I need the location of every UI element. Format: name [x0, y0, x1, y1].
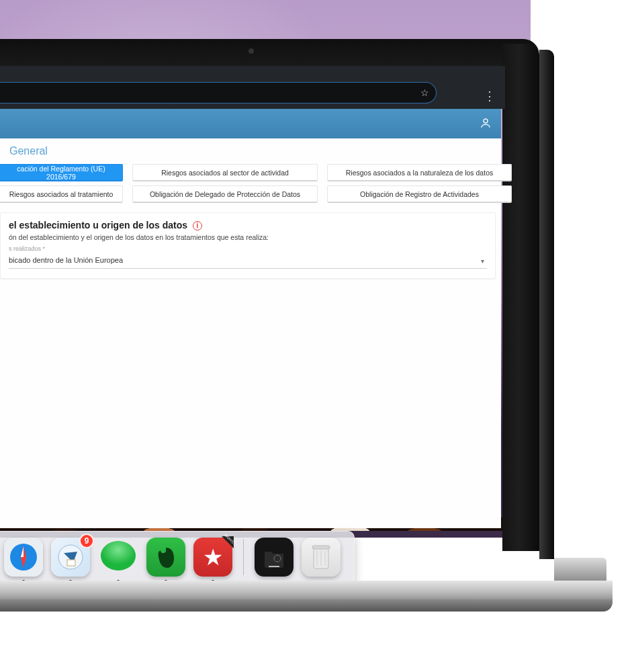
dock-app-evernote[interactable]	[146, 538, 185, 577]
address-bar[interactable]: ☆	[0, 82, 437, 103]
select-value: bicado dentro de la Unión Europea	[9, 256, 123, 264]
tab-obligacion-delegado[interactable]: Obligación de Delegado de Protección de …	[132, 185, 318, 203]
dock-item-folder[interactable]	[255, 538, 294, 577]
dock-item-trash[interactable]	[302, 538, 341, 577]
card-help-text: ón del establecimiento y el origen de lo…	[9, 233, 487, 241]
tab-obligacion-registro[interactable]: Obligación de Registro de Actividades	[327, 185, 512, 203]
mail-badge: 9	[79, 534, 94, 548]
laptop-mockup: ☆ ⋮ General cación del Reglamento (UE) 2…	[0, 0, 632, 672]
location-select[interactable]: bicado dentro de la Unión Europea ▾	[9, 253, 487, 269]
page-content: General cación del Reglamento (UE) 2016/…	[0, 138, 501, 528]
laptop-top-bezel	[0, 39, 539, 69]
svg-point-6	[101, 541, 136, 571]
app-header	[0, 109, 501, 138]
bookmark-star-icon[interactable]: ☆	[420, 87, 429, 98]
dock-separator	[243, 539, 244, 575]
breadcrumb-general[interactable]: General	[0, 138, 501, 164]
svg-rect-9	[312, 546, 330, 549]
laptop-deck	[0, 581, 613, 601]
dock-app-safari[interactable]	[4, 538, 43, 577]
svg-point-0	[484, 119, 488, 123]
form-card: el establecimiento u origen de los datos…	[0, 212, 496, 279]
tab-riesgos-sector[interactable]: Riesgos asociados al sector de actividad	[132, 164, 318, 181]
chevron-down-icon: ▾	[481, 257, 484, 265]
laptop-hinge-right	[554, 558, 606, 582]
svg-rect-5	[67, 560, 75, 566]
tab-riesgos-tratamiento[interactable]: Riesgos asociados al tratamiento	[0, 185, 123, 203]
tab-reglamento-active[interactable]: cación del Reglamento (UE) 2016/679	[0, 164, 123, 181]
user-account-icon[interactable]	[480, 117, 492, 132]
dock-app-wunderlist[interactable]: ★ NIGHTLY	[193, 538, 232, 577]
laptop-side-edge	[539, 50, 554, 559]
dock-app-messages[interactable]	[98, 538, 138, 577]
laptop-right-bezel	[502, 44, 539, 551]
info-required-icon[interactable]: i	[193, 221, 202, 230]
laptop-camera	[249, 48, 254, 54]
card-title-text: el establecimiento u origen de los datos	[9, 220, 187, 230]
tab-group: cación del Reglamento (UE) 2016/679 Ries…	[0, 164, 501, 208]
card-title: el establecimiento u origen de los datos…	[9, 220, 487, 230]
laptop-deck-lip	[0, 599, 613, 612]
dock-app-mail[interactable]: 9	[51, 538, 90, 577]
tab-riesgos-naturaleza[interactable]: Riesgos asociados a la naturaleza de los…	[327, 164, 512, 181]
field-label: s realizados *	[9, 245, 487, 252]
macos-dock: 9 ★ NIGHTLY	[0, 531, 355, 583]
browser-menu-icon[interactable]: ⋮	[484, 89, 496, 103]
